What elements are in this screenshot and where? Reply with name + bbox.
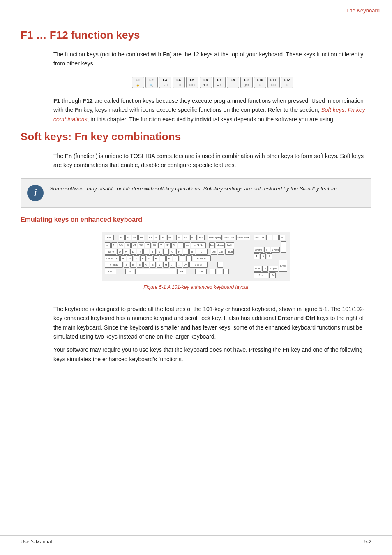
z-key: Z [124,262,129,268]
f4-key: F4 →⊟ [173,77,185,88]
function-key-row: Esc F1 F2 F3 F4 F5 F6 F7 F8 F9 F10 [105,235,250,240]
pgup-key: PgUp [226,242,234,248]
enter-key: Enter ← [193,255,211,261]
numpad-5-key: 5 [260,253,266,259]
f3-key: F3 →□ [159,77,171,88]
f7-key: F7 ▲☀ [213,77,226,88]
keyboard-diagram: Esc F1 F2 F3 F4 F5 F6 F7 F8 F9 F10 [102,232,291,296]
scroll-lock-key: Scroll Lock [223,235,235,240]
numpad-123-row: 1 End 2 3 PgDn Enter [254,260,287,272]
r-key: R [137,249,143,255]
h-key: H [153,255,159,261]
numpad-8-key: 8 [264,247,270,253]
f2-key: F2 🔍 [145,77,158,88]
f1-kb-key: F1 [119,235,125,240]
prtsc-key: PrtSc SysRq [208,235,222,240]
figure-caption: Figure 5-1 A 101-key enhanced keyboard l… [102,284,291,290]
number-row: ~` 1! 2@ 3# 4$ 5% 6^ 7& 8* 9( 0) -_ =+ ←… [105,242,250,248]
numpad-del-key: . Del [269,272,276,278]
0-key: 0) [171,242,177,248]
numpad-4-key: 4 [254,253,259,259]
f12-key: F12 ⊟ [281,77,293,88]
subsection-title-emulating: Emulating keys on enhanced keyboard [21,216,371,223]
k-key: K [166,255,172,261]
tab-key: Tab ⇥ [105,249,116,255]
1-key: 1! [111,242,117,248]
numpad-1-key: 1 End [254,266,261,272]
ctrl-right-key: Ctrl [195,269,207,274]
q-key: Q [117,249,123,255]
end-key: End [218,249,225,255]
section-title-f1-f12: F1 … F12 function keys [21,29,371,42]
down-arrow-key: ↓ [217,269,222,274]
header-divider [0,23,392,23]
f7-kb-key: F7 [161,235,166,240]
right-arrow-key: → [223,269,229,274]
main-key-section: Esc F1 F2 F3 F4 F5 F6 F7 F8 F9 F10 [105,235,250,278]
footer-left: User's Manual [21,539,52,545]
caps-lock-key: CapsLock [105,255,120,261]
y-key: Y [150,249,156,255]
f9-kb-key: F9 [176,235,182,240]
f3-kb-key: F3 [132,235,138,240]
numpad-minus-key: − [279,235,285,240]
numpad-456-row: 4 5 6 [254,253,287,259]
keyboard-diagram-container: Esc F1 F2 F3 F4 F5 F6 F7 F8 F9 F10 [21,232,371,296]
info-note-box: i Some software may disable or interfere… [21,178,371,208]
numpad-enter-key: Enter [279,260,287,272]
numpad-top-row: Num Lock / * − [254,235,287,240]
d-key: D [134,255,139,261]
soft-keys-link[interactable]: Soft keys: Fn key combinations [53,107,365,122]
home-key: Home [216,242,225,248]
tab-row: Tab ⇥ Q W E R T Y U I O P [{ ]} \| [105,249,250,255]
numpad-0-row: 0 Ins . Del [254,272,287,278]
up-arrow-key: ↑ [217,262,223,268]
w-key: W [124,249,129,255]
period-key: .> [176,262,182,268]
f5-key: F5 ⊟/□ [186,77,198,88]
f1-detail-paragraph: F1 through F12 are called function keys … [53,96,371,124]
8-key: 8* [158,242,164,248]
numpad-slash-key: / [266,235,272,240]
emulating-text-block: The keyboard is designed to provide all … [53,304,371,364]
c-key: C [137,262,143,268]
info-note-text: Some software may disable or interfere w… [50,185,339,193]
alt-right-key: Alt [177,269,186,274]
soft-keys-paragraph: The Fn (function) is unique to TOSHIBA c… [53,151,371,170]
i-key: I [163,249,169,255]
x-key: X [130,262,136,268]
semicolon-key: ;: [180,255,185,261]
full-keyboard-layout: Esc F1 F2 F3 F4 F5 F6 F7 F8 F9 F10 [102,232,291,281]
left-arrow-key: ← [210,269,216,274]
2-key: 2@ [118,242,124,248]
numpad-6-key: 6 [267,253,272,259]
f9-key: F9 Q/⊙ [240,77,253,88]
close-bracket-key: ]} [189,249,195,255]
page-footer: User's Manual 5-2 [0,535,392,545]
equal-key: =+ [184,242,190,248]
f8-kb-key: F8 [167,235,173,240]
shift-row: ⇧ Shift Z X C V B N M ,< .> /? ⇧ Shift [105,262,250,268]
f1-f12-text-block: The function keys (not to be confused wi… [53,50,371,124]
u-key: U [157,249,162,255]
p-key: P [176,249,182,255]
f4-kb-key: F4 [138,235,144,240]
pgdn-key: PgDn [225,249,234,255]
esc-key: Esc [105,235,114,240]
f2-kb-key: F2 [125,235,131,240]
ins-key: Ins [209,242,215,248]
del-key: Del [211,249,217,255]
f1-intro-paragraph: The function keys (not to be confused wi… [53,50,371,68]
emulating-paragraph-1: The keyboard is designed to provide all … [53,304,371,341]
numpad-789-row: 7 Home 8 9 PgUp + [254,241,287,253]
quote-key: '" [186,255,192,261]
footer-right: 5-2 [364,539,371,545]
soft-keys-text-block: The Fn (function) is unique to TOSHIBA c… [53,151,371,170]
numpad-0-key: 0 Ins [254,272,268,278]
numpad-7-key: 7 Home [254,247,263,253]
page-chapter-title: The Keyboard [346,7,380,14]
f10-key: F10 ⊟ [254,77,266,88]
tilde-key: ~` [105,242,111,248]
slash-key: /? [183,262,189,268]
backspace-key: ← Bk Sp [191,242,206,248]
